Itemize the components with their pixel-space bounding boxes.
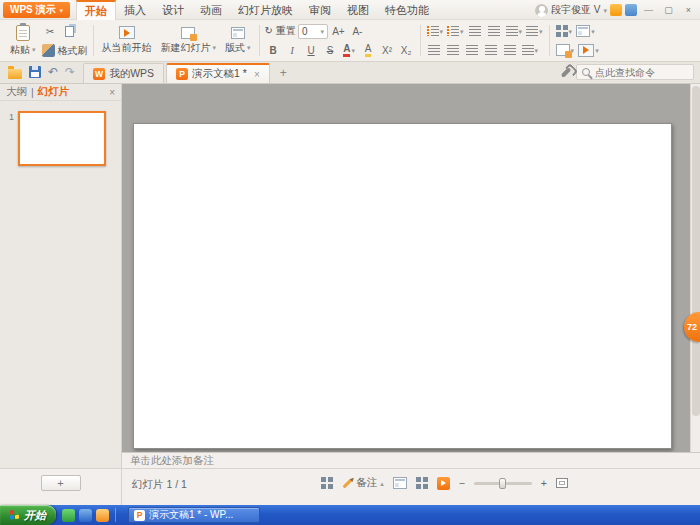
close-button[interactable]: × bbox=[680, 3, 697, 17]
chevron-down-icon: ▾ bbox=[247, 44, 251, 51]
vip-icon[interactable] bbox=[610, 4, 622, 16]
fit-screen-icon bbox=[556, 478, 568, 488]
grow-font-button[interactable]: A+ bbox=[330, 23, 347, 39]
underline-button[interactable]: U bbox=[303, 42, 320, 58]
slides-panel-header: 大纲 | 幻灯片 × bbox=[0, 84, 121, 101]
quick-launch-icon-1[interactable] bbox=[62, 509, 75, 522]
user-name[interactable]: 段宇俊亚 V bbox=[551, 3, 600, 17]
cut-button[interactable]: ✂ bbox=[42, 24, 59, 40]
line-spacing-button[interactable]: ▾ bbox=[505, 23, 524, 39]
extra-tool-button-1[interactable]: ▾ bbox=[555, 23, 574, 39]
tab-animation[interactable]: 动画 bbox=[192, 0, 230, 20]
zoom-out-button[interactable]: − bbox=[459, 477, 465, 489]
notes-panel[interactable]: 单击此处添加备注 bbox=[122, 452, 700, 468]
zoom-in-button[interactable]: + bbox=[541, 477, 547, 489]
save-icon[interactable] bbox=[29, 66, 41, 78]
quick-access-toolbar: ↶ ↷ bbox=[0, 61, 83, 83]
maximize-button[interactable]: ▢ bbox=[660, 3, 677, 17]
wps-presentation-icon: P bbox=[134, 510, 145, 521]
doc-tab-presentation1[interactable]: P 演示文稿1 * × bbox=[166, 63, 270, 83]
start-button[interactable]: 开始 bbox=[0, 505, 56, 525]
from-current-slide-button[interactable]: 从当前开始 bbox=[99, 24, 155, 57]
command-search[interactable] bbox=[576, 64, 694, 80]
slideshow-button[interactable] bbox=[437, 477, 450, 490]
font-size-combo[interactable]: 0 ▾ bbox=[298, 24, 328, 39]
open-file-icon[interactable] bbox=[8, 69, 22, 79]
extra-tool-icon-1 bbox=[556, 25, 561, 30]
distribute-button[interactable] bbox=[502, 42, 519, 58]
align-center-button[interactable] bbox=[445, 42, 462, 58]
increase-indent-button[interactable] bbox=[486, 23, 503, 39]
copy-button[interactable] bbox=[61, 24, 78, 40]
decrease-indent-button[interactable] bbox=[467, 23, 484, 39]
align-left-icon bbox=[428, 45, 440, 55]
format-painter-button[interactable]: 格式刷 bbox=[42, 44, 88, 58]
search-icon bbox=[582, 68, 590, 76]
extra-tool-button-3[interactable]: ▾ bbox=[555, 42, 576, 58]
align-left-button[interactable] bbox=[426, 42, 443, 58]
highlight-label: A bbox=[365, 44, 372, 57]
extra-tool-button-4[interactable]: ▾ bbox=[577, 42, 600, 58]
tab-insert[interactable]: 插入 bbox=[116, 0, 154, 20]
bullets-button[interactable]: ▾ bbox=[426, 23, 445, 39]
outline-tab[interactable]: 大纲 bbox=[6, 85, 27, 99]
slide-sorter-view-button[interactable] bbox=[416, 477, 428, 489]
paste-button[interactable]: 粘贴▾ bbox=[7, 23, 39, 59]
superscript-button[interactable]: X² bbox=[379, 42, 396, 58]
tab-review[interactable]: 审阅 bbox=[301, 0, 339, 20]
slides-tab[interactable]: 幻灯片 bbox=[38, 85, 70, 99]
search-input[interactable] bbox=[595, 67, 681, 78]
quick-launch-separator bbox=[115, 508, 116, 522]
scrollbar-thumb[interactable] bbox=[692, 86, 700, 416]
highlight-button[interactable]: A bbox=[360, 42, 377, 58]
slide-canvas[interactable] bbox=[133, 123, 672, 449]
strikethrough-button[interactable]: S bbox=[322, 42, 339, 58]
layout-button[interactable]: 版式▾ bbox=[222, 25, 254, 57]
taskbar-item-presentation1[interactable]: P 演示文稿1 * - WP... bbox=[128, 507, 260, 523]
bold-button[interactable]: B bbox=[265, 42, 282, 58]
tab-slideshow[interactable]: 幻灯片放映 bbox=[230, 0, 301, 20]
user-avatar[interactable] bbox=[535, 4, 548, 17]
add-slide-button[interactable]: + bbox=[41, 475, 81, 491]
quick-launch-icon-3[interactable] bbox=[96, 509, 109, 522]
skin-icon[interactable] bbox=[625, 4, 637, 16]
tab-special-features[interactable]: 特色功能 bbox=[377, 0, 437, 20]
normal-view-button[interactable] bbox=[393, 477, 407, 489]
shrink-font-button[interactable]: A- bbox=[349, 23, 366, 39]
reset-button[interactable]: ↻ 重置 bbox=[265, 24, 296, 38]
user-menu-chevron-icon[interactable]: ▾ bbox=[603, 7, 607, 14]
minimize-button[interactable]: — bbox=[640, 3, 657, 17]
presentation-file-icon: P bbox=[176, 68, 188, 80]
close-panel-icon[interactable]: × bbox=[109, 87, 115, 98]
quick-launch-icon-2[interactable] bbox=[79, 509, 92, 522]
italic-button[interactable]: I bbox=[284, 42, 301, 58]
numbering-button[interactable]: ▾ bbox=[446, 23, 465, 39]
close-tab-icon[interactable]: × bbox=[254, 69, 260, 80]
new-slide-button[interactable]: 新建幻灯片▾ bbox=[158, 25, 220, 57]
redo-icon[interactable]: ↷ bbox=[65, 66, 75, 78]
justify-button[interactable] bbox=[483, 42, 500, 58]
font-color-button[interactable]: A▾ bbox=[341, 42, 358, 58]
tab-special-features-label: 特色功能 bbox=[385, 3, 429, 18]
extra-tool-button-2[interactable]: ▾ bbox=[575, 23, 596, 39]
tab-view[interactable]: 视图 bbox=[339, 0, 377, 20]
distribute-icon bbox=[504, 45, 516, 55]
new-tab-button[interactable]: + bbox=[275, 64, 292, 81]
slide-thumbnail[interactable] bbox=[18, 111, 106, 166]
zoom-slider[interactable] bbox=[474, 482, 532, 485]
wrench-icon[interactable] bbox=[561, 67, 572, 78]
zoom-slider-thumb[interactable] bbox=[499, 478, 506, 489]
subscript-button[interactable]: X₂ bbox=[398, 42, 415, 58]
notes-toggle-button[interactable]: 备注 ▴ bbox=[342, 476, 384, 490]
view-settings-button[interactable] bbox=[321, 477, 333, 489]
doc-tab-my-wps[interactable]: W 我的WPS bbox=[83, 63, 164, 83]
vertical-scrollbar[interactable] bbox=[690, 84, 700, 452]
columns-button[interactable]: ▾ bbox=[521, 42, 540, 58]
wps-menu-button[interactable]: WPS 演示 ▾ bbox=[3, 2, 70, 18]
tab-design[interactable]: 设计 bbox=[154, 0, 192, 20]
text-direction-button[interactable]: ▾ bbox=[525, 23, 544, 39]
undo-icon[interactable]: ↶ bbox=[48, 66, 58, 78]
tab-home[interactable]: 开始 bbox=[76, 0, 116, 20]
fit-to-window-button[interactable] bbox=[556, 478, 568, 488]
align-right-button[interactable] bbox=[464, 42, 481, 58]
